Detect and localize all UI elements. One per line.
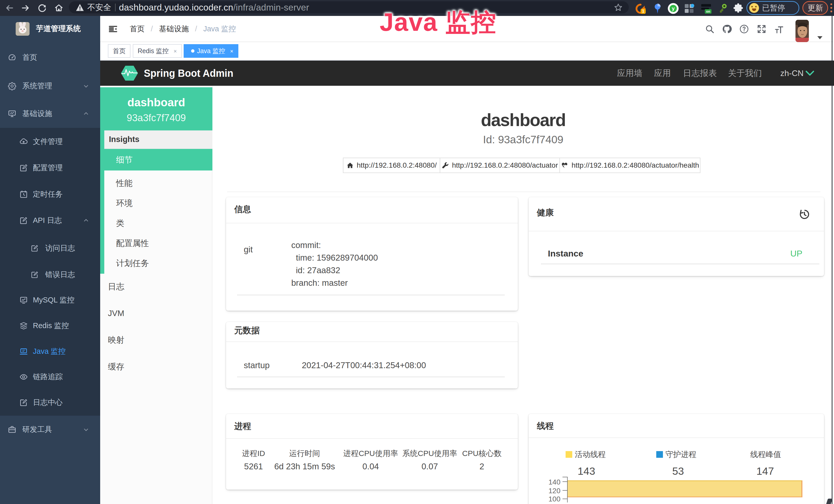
svg-text:1: 1	[642, 9, 644, 13]
svg-text:on: on	[706, 9, 710, 13]
svg-text:y: y	[672, 6, 675, 11]
